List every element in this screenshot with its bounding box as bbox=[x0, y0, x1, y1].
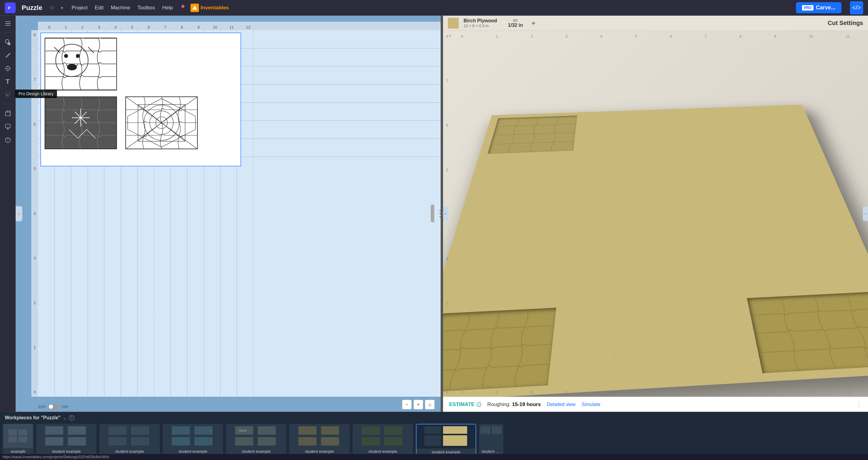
main-menu: Project Edit Machine Toolbox Help bbox=[71, 5, 184, 11]
ruler-y-0: 0 bbox=[33, 390, 36, 394]
ruler-x-10: 10 bbox=[207, 25, 223, 30]
zoom-in-button[interactable]: + bbox=[413, 400, 423, 409]
ruler-3d-bottom: 0 1 2 3 4 5 6 7 8 9 10 11 bbox=[461, 390, 850, 394]
inventables-icon bbox=[190, 4, 199, 12]
svg-rect-102 bbox=[362, 426, 380, 435]
menu-edit[interactable]: Edit bbox=[95, 5, 103, 11]
panel-divider[interactable] bbox=[441, 16, 443, 412]
svg-rect-74 bbox=[19, 436, 27, 442]
collapse-button[interactable] bbox=[2, 18, 13, 29]
workpiece-item-5[interactable]: student example bbox=[289, 424, 350, 459]
workpiece-item-3[interactable]: student example bbox=[163, 424, 223, 459]
workpiece-item-7[interactable]: student example bbox=[416, 424, 476, 459]
puzzle-dog-svg bbox=[45, 38, 116, 90]
app-logo: P bbox=[5, 2, 16, 13]
ruler-y-3: 3 bbox=[33, 256, 36, 260]
design-canvas-area[interactable]: ‹ 0 1 2 3 4 5 6 7 8 9 10 11 12 0 1 2 bbox=[16, 16, 441, 412]
collapse-3d-right-button[interactable]: ‹ bbox=[863, 207, 868, 221]
import-button[interactable] bbox=[2, 121, 13, 132]
menu-project[interactable]: Project bbox=[71, 5, 87, 11]
carve-label: Carve... bbox=[816, 4, 835, 11]
carved-puzzle-1-svg bbox=[488, 116, 577, 154]
more-options-button[interactable]: ⋮ bbox=[856, 401, 862, 408]
ruler-x-9: 9 bbox=[190, 25, 207, 30]
collapse-left-button[interactable]: ‹ bbox=[16, 206, 22, 221]
svg-rect-78 bbox=[45, 437, 63, 446]
cut-settings-button[interactable]: Cut Settings bbox=[828, 20, 863, 27]
ruler-x-4: 4 bbox=[107, 25, 124, 30]
puzzle-geo-svg bbox=[126, 97, 197, 149]
svg-rect-113 bbox=[492, 426, 502, 434]
svg-rect-73 bbox=[8, 436, 17, 442]
embed-button[interactable]: </> bbox=[850, 1, 863, 14]
ruler-x-12: 12 bbox=[240, 25, 256, 30]
workpiece-item-1[interactable]: student example bbox=[36, 424, 96, 459]
svg-rect-83 bbox=[108, 437, 127, 446]
workpiece-item-4[interactable]: Demo student example bbox=[226, 424, 286, 459]
ruler-y-8: 8 bbox=[33, 33, 36, 37]
svg-point-48 bbox=[76, 54, 80, 58]
ruler-x-6: 6 bbox=[141, 25, 157, 30]
unit-toggle[interactable] bbox=[48, 404, 59, 409]
toggle-thumb bbox=[49, 404, 53, 409]
svg-point-9 bbox=[7, 68, 8, 69]
embed-icon: </> bbox=[852, 4, 861, 11]
scroll-handle[interactable] bbox=[431, 204, 434, 222]
unit-toggle-area: inch mm bbox=[38, 404, 68, 409]
simulate-button[interactable]: Simulate bbox=[582, 402, 600, 407]
target-button[interactable] bbox=[2, 63, 13, 74]
shapes-button[interactable] bbox=[2, 36, 13, 47]
title-chevron-icon[interactable]: ▾ bbox=[61, 5, 63, 10]
zoom-out-button[interactable]: − bbox=[402, 400, 412, 409]
workpiece-item-2[interactable]: student example bbox=[99, 424, 160, 459]
svg-rect-89 bbox=[194, 437, 213, 446]
carve-button[interactable]: PRO Carve... bbox=[796, 2, 841, 13]
detailed-view-button[interactable]: Detailed view bbox=[547, 402, 575, 407]
workpieces-chevron-icon[interactable]: ⌄ bbox=[63, 416, 67, 420]
pro-library-button[interactable]: Pro Design Library bbox=[2, 90, 13, 100]
inventables-brand[interactable]: Inventables bbox=[190, 4, 229, 12]
ruler-x-7: 7 bbox=[157, 25, 174, 30]
ruler-y-5: 5 bbox=[33, 166, 36, 171]
workpiece-item-0[interactable]: example bbox=[3, 424, 33, 459]
workpiece-thumb-0 bbox=[3, 424, 33, 448]
menu-help[interactable]: Help bbox=[162, 5, 173, 11]
ruler-x-1: 1 bbox=[58, 25, 74, 30]
material-info: Birch Plywood 12 × 8 × 0.5 in bbox=[464, 18, 497, 28]
workpiece-item-6[interactable]: student example bbox=[352, 424, 413, 459]
inventables-label: Inventables bbox=[201, 5, 229, 11]
svg-text:Demo: Demo bbox=[239, 429, 247, 432]
material-thumbnail bbox=[448, 18, 459, 29]
inch-label: inch bbox=[38, 404, 46, 409]
estimate-info-icon[interactable]: i bbox=[476, 402, 481, 407]
svg-rect-100 bbox=[321, 437, 339, 446]
add-bit-button[interactable]: + bbox=[531, 19, 535, 27]
material-size: 12 × 8 × 0.5 in bbox=[464, 24, 497, 28]
svg-rect-103 bbox=[384, 426, 402, 435]
box-tool-button[interactable] bbox=[2, 108, 13, 119]
workpiece-thumb-3 bbox=[163, 424, 223, 448]
top-navigation: P Puzzle ☆ ▾ Project Edit Machine Toolbo… bbox=[0, 0, 868, 16]
text-tool-button[interactable]: T bbox=[2, 76, 13, 87]
favorite-star-icon[interactable]: ☆ bbox=[50, 4, 54, 11]
puzzle-geo-image bbox=[125, 96, 198, 149]
menu-machine[interactable]: Machine bbox=[111, 5, 130, 11]
estimate-roughing-time: 15-19 hours bbox=[512, 401, 541, 407]
zoom-fit-button[interactable]: ⌂ bbox=[425, 400, 435, 409]
svg-rect-109 bbox=[424, 435, 441, 446]
canvas-grid[interactable] bbox=[38, 30, 441, 397]
collapse-3d-left-button[interactable]: › bbox=[443, 207, 448, 221]
workpieces-help-button[interactable]: ? bbox=[69, 415, 74, 421]
svg-rect-97 bbox=[299, 426, 316, 435]
menu-toolbox[interactable]: Toolbox bbox=[137, 5, 155, 11]
status-bar: https://easel.inventables.com/projects/D… bbox=[0, 454, 868, 460]
svg-rect-93 bbox=[258, 426, 276, 435]
canvas-work-area[interactable] bbox=[40, 33, 241, 166]
workpiece-thumb-7 bbox=[416, 424, 475, 449]
pen-tool-button[interactable] bbox=[2, 50, 13, 61]
bit-label: Bit bbox=[513, 18, 518, 23]
3d-button[interactable] bbox=[2, 134, 13, 145]
workpiece-thumb-6 bbox=[352, 424, 413, 448]
ruler-x-8: 8 bbox=[174, 25, 190, 30]
workpiece-item-8[interactable]: student example bbox=[479, 424, 503, 459]
